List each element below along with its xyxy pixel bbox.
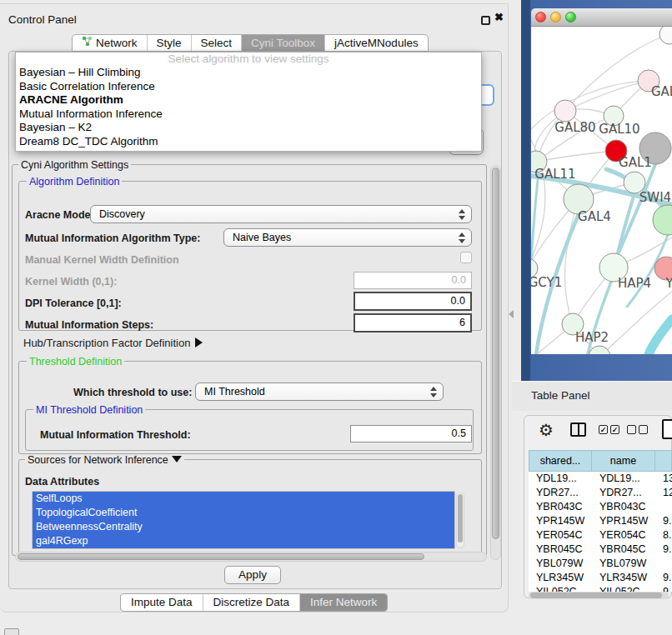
mi-threshold-field[interactable]: 0.5 (350, 425, 472, 442)
export-table-icon[interactable] (662, 419, 672, 439)
unchecked-box-icon (639, 425, 648, 434)
tab-select-label: Select (201, 35, 233, 51)
collapsed-arrow-icon (195, 338, 203, 348)
table-row[interactable]: YDR27...YDR27...12 (529, 486, 672, 500)
network-node[interactable] (659, 27, 672, 44)
dpi-tolerance-field[interactable]: 0.0 (354, 292, 472, 311)
attribute-list-item[interactable]: BetweennessCentrality (33, 520, 454, 534)
table-cell: 9 (655, 585, 672, 592)
table-cell: YPR145W (592, 514, 655, 528)
algorithm-option[interactable]: ARACNE Algorithm (16, 93, 481, 108)
sources-legend: Sources for Network Inference (25, 454, 184, 466)
algorithm-option[interactable]: Dream8 DC_TDC Algorithm (16, 135, 481, 149)
apply-button[interactable]: Apply (224, 566, 281, 584)
table-row[interactable]: YBR043CYBR043C (529, 500, 672, 514)
network-node[interactable] (653, 205, 672, 235)
float-panel-icon[interactable] (481, 16, 490, 25)
network-view-canvas[interactable]: GALGAL80GAL10GAL1GAL11SWI4GAL4GCY1HAP4YH… (531, 27, 672, 354)
tab-select[interactable]: Select (191, 35, 242, 51)
deselect-all-columns-icon[interactable] (627, 425, 648, 434)
attribute-list-item[interactable]: TopologicalCoefficient (33, 506, 454, 520)
tab-jactivemnodules-label: jActiveMNodules (334, 35, 419, 51)
network-node-label: GAL11 (534, 167, 575, 182)
table-cell: YBL079W (592, 557, 655, 571)
attributes-scrollbar[interactable] (456, 492, 464, 548)
tab-cyni-toolbox[interactable]: Cyni Toolbox (241, 35, 324, 51)
table-cell (655, 500, 672, 514)
table-column-header[interactable]: name (592, 450, 655, 472)
table-row[interactable]: YER054CYER054C8. (529, 528, 672, 542)
algorithm-option[interactable]: Bayesian – Hill Climbing (16, 66, 481, 80)
algorithm-option[interactable]: Bayesian – K2 (16, 121, 481, 135)
settings-horizontal-scrollbar-thumb[interactable] (18, 553, 424, 560)
kernel-width-field[interactable]: 0.0 (354, 272, 472, 289)
unchecked-box-icon (627, 425, 636, 434)
columns-icon[interactable] (570, 422, 586, 437)
tab-jactivemnodules[interactable]: jActiveMNodules (324, 35, 428, 51)
panel-divider-handle[interactable] (509, 310, 514, 318)
table-row[interactable]: YLR345WYLR345W9. (529, 571, 672, 585)
table-column-header[interactable] (655, 450, 672, 472)
tab-discretize-data[interactable]: Discretize Data (203, 594, 300, 611)
tab-network[interactable]: Network (73, 35, 147, 51)
table-cell: YER054C (529, 528, 592, 542)
table-row[interactable]: YBL079WYBL079W (529, 557, 672, 571)
algorithm-option[interactable]: Basic Correlation Inference (16, 80, 481, 94)
network-edge[interactable] (616, 193, 634, 260)
settings-vertical-scrollbar[interactable] (490, 165, 501, 560)
close-window-icon[interactable] (535, 12, 546, 22)
table-horizontal-scrollbar-thumb[interactable] (530, 592, 662, 598)
gear-icon[interactable]: ⚙ (539, 420, 554, 440)
mi-steps-field[interactable]: 6 (354, 313, 472, 332)
table-column-header[interactable]: shared... (529, 450, 592, 472)
table-row[interactable]: YBR045CYBR045C9. (529, 542, 672, 557)
table-row[interactable]: YDL19...YDL19...13 (529, 472, 672, 486)
hub-definition-toggle[interactable]: Hub/Transcription Factor Definition (23, 337, 203, 349)
which-threshold-combobox[interactable]: MI Threshold (195, 382, 444, 401)
algorithm-definition-legend: Algorithm Definition (27, 176, 122, 188)
table-cell: 12 (655, 486, 672, 500)
network-node-label: GAL (651, 84, 672, 99)
network-window-titlebar[interactable] (531, 8, 672, 27)
network-node-gal80[interactable] (554, 100, 576, 122)
select-all-columns-icon[interactable]: ✓ ✓ (599, 425, 619, 434)
network-edge[interactable] (649, 319, 672, 354)
mi-type-label: Mutual Information Algorithm Type: (25, 232, 200, 244)
table-row[interactable]: YPR145WYPR145W9. (529, 514, 672, 528)
attribute-list-item[interactable]: gal4RGexp (33, 534, 454, 548)
network-icon (82, 35, 93, 51)
mi-type-value: Naive Bayes (233, 232, 291, 243)
table-horizontal-scrollbar[interactable] (529, 592, 669, 599)
mi-type-combobox[interactable]: Naive Bayes (223, 228, 472, 247)
collapsed-panel-button[interactable] (4, 628, 19, 635)
which-threshold-label: Which threshold to use: (73, 387, 192, 398)
table-cell: YBR043C (529, 500, 592, 514)
network-edge[interactable] (536, 151, 616, 162)
table-cell: YPR145W (529, 514, 592, 528)
attributes-scrollbar-thumb[interactable] (458, 494, 463, 542)
close-icon[interactable]: ✖ (494, 11, 504, 23)
application-root: Control Panel ✖ Network Style Select Cyn… (0, 0, 672, 635)
settings-horizontal-scrollbar[interactable] (15, 552, 487, 562)
zoom-window-icon[interactable] (565, 12, 576, 22)
tab-style[interactable]: Style (147, 35, 191, 51)
manual-kernel-checkbox[interactable] (460, 252, 472, 263)
expanded-arrow-icon (172, 456, 182, 462)
table-cell: YBR043C (592, 500, 655, 514)
dpi-tolerance-label: DPI Tolerance [0,1]: (25, 298, 122, 309)
which-threshold-value: MI Threshold (204, 386, 265, 398)
table-cell: YDR27... (592, 486, 655, 500)
table-row[interactable]: YIL052CYIL052C9 (529, 585, 672, 592)
attribute-list-item[interactable]: SelfLoops (33, 492, 454, 506)
settings-vertical-scrollbar-thumb[interactable] (492, 168, 499, 539)
tab-impute-data[interactable]: Impute Data (121, 594, 203, 611)
network-edge[interactable] (565, 81, 649, 111)
network-node-label: GAL4 (578, 209, 611, 224)
data-attributes-list: SelfLoopsTopologicalCoefficientBetweenne… (32, 491, 455, 549)
algorithm-option[interactable]: Mutual Information Inference (16, 108, 481, 122)
tab-infer-network[interactable]: Infer Network (299, 594, 387, 611)
network-edge[interactable] (599, 292, 672, 354)
aracne-mode-combobox[interactable]: Discovery (90, 205, 472, 223)
minimize-window-icon[interactable] (550, 12, 561, 22)
table-cell: 13 (655, 472, 672, 486)
